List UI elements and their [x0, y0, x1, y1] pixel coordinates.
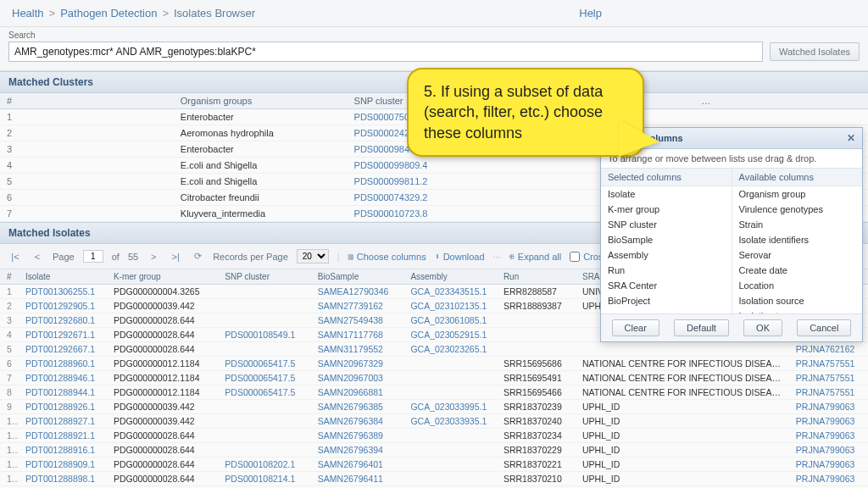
prev-page-icon[interactable]: < — [31, 250, 44, 263]
bioproject-link[interactable]: PRJNA799063 — [796, 474, 854, 484]
isolate-link[interactable]: PDT001292671.1 — [25, 330, 95, 340]
expand-all-button[interactable]: ⊕Expand all — [509, 252, 561, 262]
isolate-link[interactable]: PDT001288916.1 — [25, 445, 95, 455]
available-column-item[interactable]: Isolate identifiers — [732, 232, 863, 247]
selected-column-item[interactable]: BioProject — [601, 293, 732, 308]
biosample-link[interactable]: SAMN26796411 — [318, 474, 383, 484]
biosample-link[interactable]: SAMN26796401 — [318, 459, 383, 469]
crumb-health[interactable]: Health — [12, 7, 44, 19]
download-button[interactable]: ⬇Download — [435, 252, 485, 262]
isolates-row[interactable]: 10PDT001288927.1PDG000000039.442SAMN2679… — [0, 414, 868, 429]
selected-column-item[interactable]: K-mer group — [601, 202, 732, 217]
biosample-link[interactable]: SAMN20966881 — [318, 387, 383, 397]
isolates-col-header[interactable]: Run — [497, 269, 576, 285]
snp-link[interactable]: PDS000108214.1 — [225, 474, 295, 484]
cross-browser-input[interactable] — [570, 252, 580, 262]
biosample-link[interactable]: SAMN20967329 — [318, 358, 383, 369]
isolates-col-header[interactable]: # — [0, 269, 19, 285]
page-input[interactable] — [83, 250, 103, 263]
isolate-link[interactable]: PDT001288960.1 — [25, 358, 95, 369]
assembly-link[interactable]: GCA_023023265.1 — [410, 344, 487, 354]
default-button[interactable]: Default — [674, 319, 729, 336]
available-column-item[interactable]: Location — [732, 278, 863, 293]
assembly-link[interactable]: GCA_023061085.1 — [410, 315, 487, 325]
available-column-item[interactable]: Strain — [732, 217, 863, 232]
next-page-icon[interactable]: > — [147, 250, 160, 263]
selected-column-item[interactable]: SRA Center — [601, 278, 732, 293]
assembly-link[interactable]: GCA_023033935.1 — [410, 416, 487, 426]
snp-link[interactable]: PDS000065417.5 — [225, 373, 295, 383]
snp-cluster-link[interactable]: PDS000099809.4 — [354, 160, 428, 170]
snp-link[interactable]: PDS000065417.5 — [225, 387, 295, 397]
biosample-link[interactable]: SAMN20967003 — [318, 373, 383, 383]
last-page-icon[interactable]: >| — [169, 250, 182, 263]
close-icon[interactable]: ✕ — [847, 132, 855, 144]
isolates-row[interactable]: 7PDT001288946.1PDG000000012.1184PDS00006… — [0, 371, 868, 385]
isolate-link[interactable]: PDT001288898.1 — [25, 474, 95, 484]
isolates-row[interactable]: 6PDT001288960.1PDG000000012.1184PDS00006… — [0, 357, 868, 371]
biosample-link[interactable]: SAMN17117768 — [318, 330, 383, 340]
choose-columns-button[interactable]: ▥Choose columns — [348, 252, 426, 262]
snp-cluster-link[interactable]: PDS000099811.2 — [354, 176, 428, 186]
selected-columns-list[interactable]: IsolateK-mer groupSNP clusterBioSampleAs… — [601, 186, 732, 308]
bioproject-link[interactable]: PRJNA799063 — [796, 430, 854, 441]
clusters-col-header[interactable]: … — [694, 93, 868, 109]
isolates-row[interactable]: 5PDT001292667.1PDG000000028.644SAMN31179… — [0, 342, 868, 357]
clear-button[interactable]: Clear — [612, 319, 659, 336]
isolates-row[interactable]: 9PDT001288926.1PDG000000039.442SAMN26796… — [0, 400, 868, 414]
isolate-link[interactable]: PDT001306255.1 — [25, 286, 95, 297]
isolate-link[interactable]: PDT001292905.1 — [25, 301, 95, 311]
crumb-pathogen[interactable]: Pathogen Detection — [60, 7, 157, 19]
biosample-link[interactable]: SAMN27549438 — [318, 315, 383, 325]
isolates-col-header[interactable]: BioSample — [311, 269, 404, 285]
selected-column-item[interactable]: Assembly — [601, 247, 732, 263]
watched-isolates-button[interactable]: Watched Isolates — [770, 42, 860, 61]
available-columns-list[interactable]: Organism groupVirulence genotypesStrainI… — [732, 186, 863, 313]
isolates-col-header[interactable]: Assembly — [403, 269, 497, 285]
isolate-link[interactable]: PDT001292667.1 — [25, 344, 95, 354]
isolates-row[interactable]: 14PDT001288898.1PDG000000028.644PDS00010… — [0, 472, 868, 486]
assembly-link[interactable]: GCA_023102135.1 — [410, 301, 487, 311]
records-per-page-select[interactable]: 20 — [297, 249, 329, 263]
isolate-link[interactable]: PDT001288921.1 — [25, 430, 95, 441]
isolates-col-header[interactable]: SNP cluster — [218, 269, 311, 285]
biosample-link[interactable]: SAMN27739162 — [318, 301, 383, 311]
isolates-col-header[interactable]: K-mer group — [107, 269, 218, 285]
snp-link[interactable]: PDS000065417.5 — [225, 358, 295, 369]
isolates-row[interactable]: 13PDT001288909.1PDG000000028.644PDS00010… — [0, 458, 868, 472]
isolates-row[interactable]: 12PDT001288916.1PDG000000028.644SAMN2679… — [0, 443, 868, 458]
bioproject-link[interactable]: PRJNA799063 — [796, 445, 854, 455]
snp-link[interactable]: PDS000108202.1 — [225, 459, 295, 469]
biosample-link[interactable]: SAMN26796389 — [318, 430, 383, 441]
biosample-link[interactable]: SAMN26796394 — [318, 445, 383, 455]
available-column-item[interactable]: Isolation source — [732, 293, 863, 308]
refresh-icon[interactable]: ⟳ — [191, 250, 204, 263]
biosample-link[interactable]: SAMN26796384 — [318, 416, 383, 426]
ok-button[interactable]: OK — [743, 319, 782, 336]
assembly-link[interactable]: GCA_023052915.1 — [410, 330, 487, 340]
available-column-item[interactable]: Organism group — [732, 186, 863, 202]
search-input[interactable] — [8, 42, 763, 62]
assembly-link[interactable]: GCA_023033995.1 — [410, 402, 487, 412]
biosample-link[interactable]: SAMN26796385 — [318, 402, 383, 412]
available-column-item[interactable]: Isolation type — [732, 308, 863, 313]
isolate-link[interactable]: PDT001288927.1 — [25, 416, 95, 426]
assembly-link[interactable]: GCA_023343515.1 — [410, 286, 487, 297]
selected-column-item[interactable]: Run — [601, 263, 732, 278]
isolates-row[interactable]: 8PDT001288944.1PDG000000012.1184PDS00006… — [0, 385, 868, 400]
cancel-button[interactable]: Cancel — [797, 319, 851, 336]
snp-cluster-link[interactable]: PDS000010723.8 — [354, 208, 428, 219]
isolate-link[interactable]: PDT001288946.1 — [25, 373, 95, 383]
bioproject-link[interactable]: PRJNA757551 — [796, 358, 854, 369]
selected-column-item[interactable]: BioSample — [601, 232, 732, 247]
bioproject-link[interactable]: PRJNA799063 — [796, 416, 854, 426]
available-column-item[interactable]: Serovar — [732, 247, 863, 263]
biosample-link[interactable]: SAMEA12790346 — [318, 286, 388, 297]
bioproject-link[interactable]: PRJNA757551 — [796, 373, 854, 383]
clusters-col-header[interactable]: # — [0, 93, 174, 109]
selected-column-item[interactable]: Isolate — [601, 186, 732, 202]
available-column-item[interactable]: Create date — [732, 263, 863, 278]
available-column-item[interactable]: Virulence genotypes — [732, 202, 863, 217]
isolate-link[interactable]: PDT001292680.1 — [25, 315, 95, 325]
biosample-link[interactable]: SAMN31179552 — [318, 344, 383, 354]
